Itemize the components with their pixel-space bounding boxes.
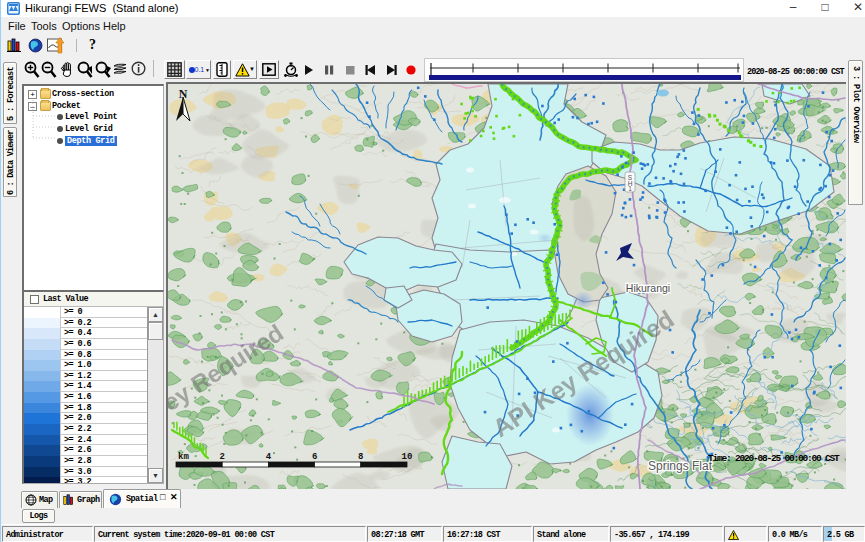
- svg-text:Springs Flat: Springs Flat: [648, 459, 713, 473]
- svg-text:1: 1: [628, 185, 632, 192]
- svg-text:Time: 2020-08-25 00:00:00 CST: Time: 2020-08-25 00:00:00 CST: [708, 453, 840, 464]
- svg-text:Hikurangi: Hikurangi: [626, 282, 670, 294]
